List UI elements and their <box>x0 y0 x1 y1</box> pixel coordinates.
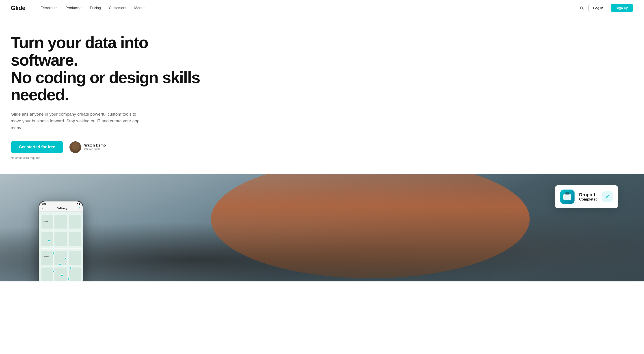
map-block <box>54 232 66 246</box>
svg-line-1 <box>582 9 584 10</box>
nav-link-pricing[interactable]: Pricing <box>87 4 104 12</box>
demo-duration: 60 seconds <box>84 148 106 151</box>
demo-text: Watch Demo 60 seconds <box>84 144 106 151</box>
demo-label: Watch Demo <box>84 144 106 148</box>
avatar <box>70 142 81 153</box>
no-credit-text: No credit card required <box>11 156 312 160</box>
map-block <box>42 268 53 282</box>
map-pin <box>52 270 55 273</box>
dropoff-card: Dropoff Completed ✓ <box>555 185 618 208</box>
map-pin <box>68 278 70 280</box>
phone-map: Berkeley Oakland <box>39 212 83 282</box>
map-road <box>39 267 83 267</box>
search-button[interactable] <box>578 4 586 12</box>
search-icon <box>580 6 584 10</box>
map-road <box>39 230 83 230</box>
map-block <box>54 215 66 228</box>
map-label-berkeley: Berkeley <box>43 220 49 222</box>
watch-demo-link[interactable]: Watch Demo 60 seconds <box>70 142 106 153</box>
phone-icons: ▪▪ ✦ ▮ <box>74 203 80 205</box>
hero-image-section: 9:41 ▪▪ ✦ ▮ ≡ Delivery J <box>0 174 644 282</box>
phone-mockup: 9:41 ▪▪ ✦ ▮ ≡ Delivery J <box>38 201 83 282</box>
map-block <box>42 232 53 246</box>
nav-link-products[interactable]: Products ▾ <box>62 4 85 12</box>
dropoff-icon <box>560 190 574 204</box>
check-icon: ✓ <box>606 194 610 200</box>
dropoff-subtitle: Completed <box>579 198 598 202</box>
nav-link-more[interactable]: More ▾ <box>131 4 148 12</box>
get-started-button[interactable]: Get started for free <box>11 141 63 153</box>
hero-section: Turn your data into software. No coding … <box>0 16 323 160</box>
map-block <box>69 232 80 246</box>
signup-button[interactable]: Sign Up <box>610 4 633 12</box>
logo[interactable]: Glide <box>11 4 25 12</box>
menu-icon: ≡ <box>42 207 43 210</box>
phone-time: 9:41 <box>42 203 46 205</box>
phone-header: ≡ Delivery J <box>39 206 83 212</box>
map-road <box>68 212 68 282</box>
avatar-image <box>70 142 81 153</box>
phone-action-button[interactable]: J <box>79 207 80 210</box>
nav-link-customers[interactable]: Customers <box>106 4 129 12</box>
dropoff-checkmark: ✓ <box>602 191 613 202</box>
map-block <box>69 268 80 282</box>
dropoff-title: Dropoff <box>579 192 598 198</box>
navigation: Glide Templates Products ▾ Pricing Custo… <box>0 0 644 16</box>
map-block <box>42 251 53 266</box>
phone-app-title: Delivery <box>45 207 79 210</box>
login-button[interactable]: Log In <box>588 4 608 12</box>
nav-link-templates[interactable]: Templates <box>38 4 60 12</box>
phone-screen: 9:41 ▪▪ ✦ ▮ ≡ Delivery J <box>39 202 83 282</box>
hero-headline: Turn your data into software. No coding … <box>11 34 212 104</box>
dropoff-text: Dropoff Completed <box>579 192 598 202</box>
map-block <box>54 268 66 282</box>
hero-cta-row: Get started for free Watch Demo 60 secon… <box>11 141 312 153</box>
chevron-down-icon: ▾ <box>144 6 145 10</box>
nav-links: Templates Products ▾ Pricing Customers M… <box>38 4 578 12</box>
hero-background <box>0 174 644 282</box>
hero-subtext: Glide lets anyone in your company create… <box>11 111 141 131</box>
phone-status-bar: 9:41 ▪▪ ✦ ▮ <box>39 202 83 206</box>
map-block <box>69 215 80 228</box>
map-label-oakland: Oakland <box>43 256 49 258</box>
nav-right: Log In Sign Up <box>578 4 633 12</box>
map-road <box>39 248 83 249</box>
map-grid: Berkeley Oakland <box>39 212 83 282</box>
chevron-down-icon: ▾ <box>80 6 82 10</box>
map-block <box>69 251 80 266</box>
map-pin <box>52 252 55 254</box>
